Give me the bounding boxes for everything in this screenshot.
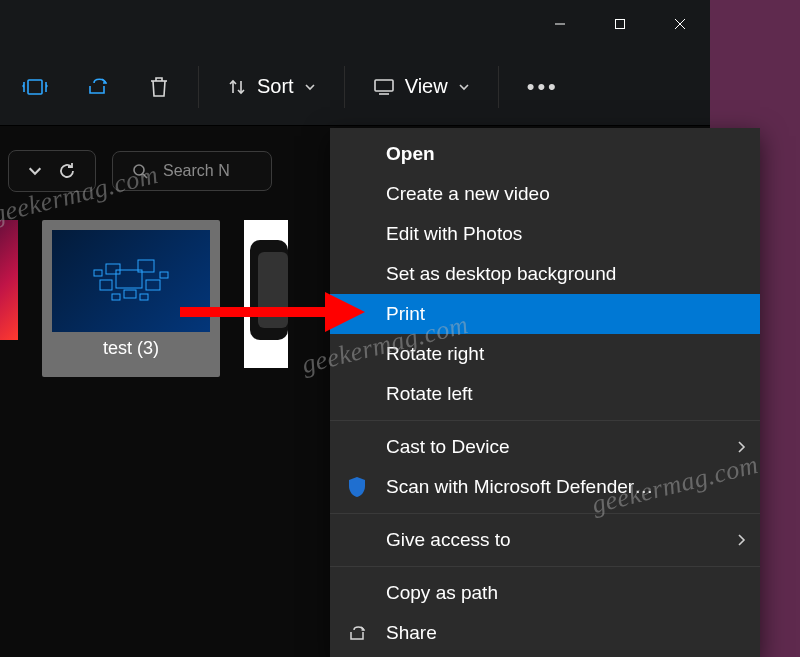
menu-item-print[interactable]: Print (330, 294, 760, 334)
menu-divider (330, 513, 760, 514)
menu-item-set-background[interactable]: Set as desktop background (330, 254, 760, 294)
menu-item-share[interactable]: Share (330, 613, 760, 653)
svg-rect-15 (112, 294, 120, 300)
frame: Sort View ••• (0, 0, 800, 657)
search-placeholder: Search N (163, 162, 230, 180)
share-icon (86, 75, 110, 99)
svg-rect-16 (140, 294, 148, 300)
more-button[interactable]: ••• (517, 66, 569, 108)
toolbar-separator (198, 66, 199, 108)
sort-icon (227, 77, 247, 97)
refresh-icon (57, 161, 77, 181)
context-menu: Open Create a new video Edit with Photos… (330, 128, 760, 657)
menu-item-scan-defender[interactable]: Scan with Microsoft Defender… (330, 467, 760, 507)
chevron-down-icon (304, 81, 316, 93)
svg-point-6 (134, 165, 144, 175)
menu-divider (330, 566, 760, 567)
toolbar-separator (498, 66, 499, 108)
menu-item-create-video[interactable]: Create a new video (330, 174, 760, 214)
menu-item-give-access[interactable]: Give access to (330, 520, 760, 560)
menu-divider (330, 420, 760, 421)
svg-rect-19 (258, 252, 288, 328)
search-input[interactable]: Search N (112, 151, 272, 191)
svg-rect-11 (146, 280, 160, 290)
chevron-right-icon (736, 533, 746, 547)
maximize-button[interactable] (590, 0, 650, 48)
sort-button[interactable]: Sort (217, 67, 326, 106)
view-icon (373, 78, 395, 96)
shield-icon (346, 476, 368, 498)
thumb-image (52, 230, 210, 332)
close-button[interactable] (650, 0, 710, 48)
titlebar (0, 0, 710, 48)
thumbnail-label: test (3) (52, 332, 210, 367)
search-icon (131, 162, 149, 180)
svg-rect-8 (106, 264, 120, 274)
minimize-button[interactable] (530, 0, 590, 48)
menu-item-rotate-left[interactable]: Rotate left (330, 374, 760, 414)
thumb-image (244, 220, 288, 368)
toolbar: Sort View ••• (0, 48, 710, 126)
menu-item-edit-photos[interactable]: Edit with Photos (330, 214, 760, 254)
chevron-down-icon (27, 163, 43, 179)
rotate-icon (22, 76, 48, 98)
svg-rect-13 (94, 270, 102, 276)
delete-button[interactable] (138, 67, 180, 107)
menu-item-rotate-right[interactable]: Rotate right (330, 334, 760, 374)
sort-label: Sort (257, 75, 294, 98)
chevron-down-icon (458, 81, 470, 93)
chevron-right-icon (736, 440, 746, 454)
toolbar-separator (344, 66, 345, 108)
menu-item-open[interactable]: Open (330, 134, 760, 174)
thumbnail-selected[interactable]: test (3) (42, 220, 220, 377)
share-icon (346, 622, 368, 644)
thumbnail-partial-left[interactable] (0, 220, 18, 377)
trash-icon (148, 75, 170, 99)
share-button[interactable] (76, 67, 120, 107)
svg-rect-1 (616, 20, 625, 29)
svg-rect-14 (160, 272, 168, 278)
svg-rect-4 (28, 80, 42, 94)
svg-rect-5 (375, 80, 393, 91)
svg-rect-12 (124, 290, 136, 298)
menu-item-cast[interactable]: Cast to Device (330, 427, 760, 467)
filter-dropdown[interactable] (8, 150, 96, 192)
view-button[interactable]: View (363, 67, 480, 106)
rotate-button[interactable] (12, 68, 58, 106)
svg-rect-10 (100, 280, 112, 290)
thumb-image (0, 220, 18, 340)
thumbnail-partial-right[interactable] (244, 220, 288, 377)
view-label: View (405, 75, 448, 98)
ellipsis-icon: ••• (527, 74, 559, 100)
menu-item-copy-path[interactable]: Copy as path (330, 573, 760, 613)
